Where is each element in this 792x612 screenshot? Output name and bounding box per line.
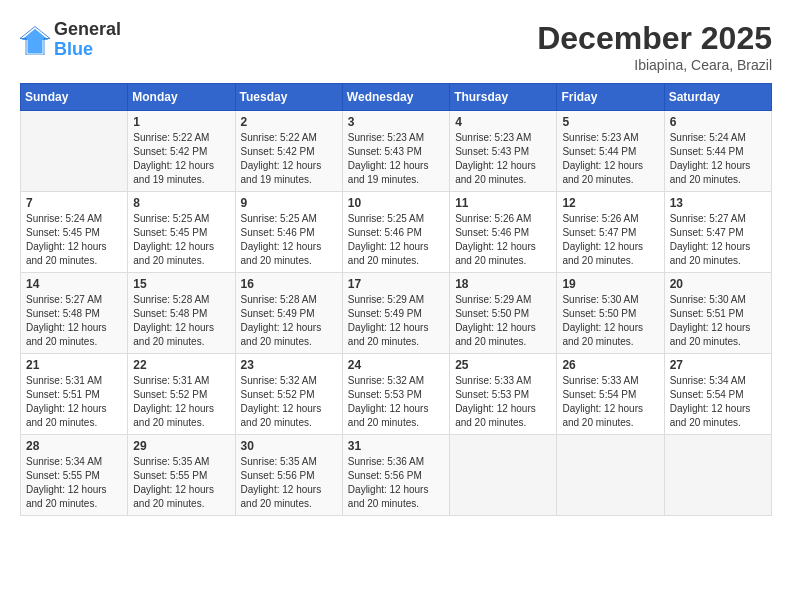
calendar-cell: 19Sunrise: 5:30 AM Sunset: 5:50 PM Dayli…: [557, 273, 664, 354]
day-number: 17: [348, 277, 444, 291]
calendar-cell: 5Sunrise: 5:23 AM Sunset: 5:44 PM Daylig…: [557, 111, 664, 192]
calendar-cell: 29Sunrise: 5:35 AM Sunset: 5:55 PM Dayli…: [128, 435, 235, 516]
calendar-cell: 10Sunrise: 5:25 AM Sunset: 5:46 PM Dayli…: [342, 192, 449, 273]
day-number: 9: [241, 196, 337, 210]
day-info: Sunrise: 5:28 AM Sunset: 5:48 PM Dayligh…: [133, 293, 229, 349]
calendar-cell: 13Sunrise: 5:27 AM Sunset: 5:47 PM Dayli…: [664, 192, 771, 273]
calendar-cell: 28Sunrise: 5:34 AM Sunset: 5:55 PM Dayli…: [21, 435, 128, 516]
logo: General Blue: [20, 20, 121, 60]
day-number: 21: [26, 358, 122, 372]
day-info: Sunrise: 5:25 AM Sunset: 5:46 PM Dayligh…: [241, 212, 337, 268]
calendar-cell: 16Sunrise: 5:28 AM Sunset: 5:49 PM Dayli…: [235, 273, 342, 354]
day-info: Sunrise: 5:23 AM Sunset: 5:43 PM Dayligh…: [348, 131, 444, 187]
calendar-cell: 11Sunrise: 5:26 AM Sunset: 5:46 PM Dayli…: [450, 192, 557, 273]
day-info: Sunrise: 5:30 AM Sunset: 5:51 PM Dayligh…: [670, 293, 766, 349]
day-number: 24: [348, 358, 444, 372]
calendar-cell: 30Sunrise: 5:35 AM Sunset: 5:56 PM Dayli…: [235, 435, 342, 516]
day-of-week-header: Wednesday: [342, 84, 449, 111]
day-of-week-header: Sunday: [21, 84, 128, 111]
day-info: Sunrise: 5:29 AM Sunset: 5:50 PM Dayligh…: [455, 293, 551, 349]
day-number: 19: [562, 277, 658, 291]
calendar-cell: 15Sunrise: 5:28 AM Sunset: 5:48 PM Dayli…: [128, 273, 235, 354]
day-number: 6: [670, 115, 766, 129]
calendar-cell: 3Sunrise: 5:23 AM Sunset: 5:43 PM Daylig…: [342, 111, 449, 192]
day-number: 23: [241, 358, 337, 372]
day-of-week-header: Monday: [128, 84, 235, 111]
location-subtitle: Ibiapina, Ceara, Brazil: [537, 57, 772, 73]
calendar-cell: 9Sunrise: 5:25 AM Sunset: 5:46 PM Daylig…: [235, 192, 342, 273]
day-info: Sunrise: 5:26 AM Sunset: 5:47 PM Dayligh…: [562, 212, 658, 268]
day-info: Sunrise: 5:34 AM Sunset: 5:54 PM Dayligh…: [670, 374, 766, 430]
calendar-week-row: 28Sunrise: 5:34 AM Sunset: 5:55 PM Dayli…: [21, 435, 772, 516]
calendar-cell: 23Sunrise: 5:32 AM Sunset: 5:52 PM Dayli…: [235, 354, 342, 435]
day-info: Sunrise: 5:33 AM Sunset: 5:54 PM Dayligh…: [562, 374, 658, 430]
day-info: Sunrise: 5:36 AM Sunset: 5:56 PM Dayligh…: [348, 455, 444, 511]
month-year-title: December 2025: [537, 20, 772, 57]
calendar-cell: 25Sunrise: 5:33 AM Sunset: 5:53 PM Dayli…: [450, 354, 557, 435]
day-number: 15: [133, 277, 229, 291]
day-info: Sunrise: 5:35 AM Sunset: 5:56 PM Dayligh…: [241, 455, 337, 511]
day-number: 8: [133, 196, 229, 210]
day-info: Sunrise: 5:25 AM Sunset: 5:45 PM Dayligh…: [133, 212, 229, 268]
page-header: General Blue December 2025 Ibiapina, Cea…: [20, 20, 772, 73]
day-info: Sunrise: 5:24 AM Sunset: 5:45 PM Dayligh…: [26, 212, 122, 268]
calendar-cell: 24Sunrise: 5:32 AM Sunset: 5:53 PM Dayli…: [342, 354, 449, 435]
day-number: 30: [241, 439, 337, 453]
day-number: 18: [455, 277, 551, 291]
day-number: 26: [562, 358, 658, 372]
title-area: December 2025 Ibiapina, Ceara, Brazil: [537, 20, 772, 73]
day-info: Sunrise: 5:32 AM Sunset: 5:53 PM Dayligh…: [348, 374, 444, 430]
day-number: 7: [26, 196, 122, 210]
calendar-cell: 20Sunrise: 5:30 AM Sunset: 5:51 PM Dayli…: [664, 273, 771, 354]
day-info: Sunrise: 5:33 AM Sunset: 5:53 PM Dayligh…: [455, 374, 551, 430]
calendar-cell: 21Sunrise: 5:31 AM Sunset: 5:51 PM Dayli…: [21, 354, 128, 435]
day-info: Sunrise: 5:23 AM Sunset: 5:43 PM Dayligh…: [455, 131, 551, 187]
calendar-week-row: 7Sunrise: 5:24 AM Sunset: 5:45 PM Daylig…: [21, 192, 772, 273]
day-number: 10: [348, 196, 444, 210]
day-number: 20: [670, 277, 766, 291]
calendar-cell: [664, 435, 771, 516]
day-number: 27: [670, 358, 766, 372]
calendar-body: 1Sunrise: 5:22 AM Sunset: 5:42 PM Daylig…: [21, 111, 772, 516]
day-number: 11: [455, 196, 551, 210]
calendar-cell: 12Sunrise: 5:26 AM Sunset: 5:47 PM Dayli…: [557, 192, 664, 273]
calendar-cell: 2Sunrise: 5:22 AM Sunset: 5:42 PM Daylig…: [235, 111, 342, 192]
calendar-cell: 4Sunrise: 5:23 AM Sunset: 5:43 PM Daylig…: [450, 111, 557, 192]
calendar-cell: 26Sunrise: 5:33 AM Sunset: 5:54 PM Dayli…: [557, 354, 664, 435]
day-info: Sunrise: 5:31 AM Sunset: 5:51 PM Dayligh…: [26, 374, 122, 430]
logo-icon: [20, 25, 50, 55]
day-number: 29: [133, 439, 229, 453]
day-info: Sunrise: 5:28 AM Sunset: 5:49 PM Dayligh…: [241, 293, 337, 349]
day-number: 22: [133, 358, 229, 372]
day-info: Sunrise: 5:34 AM Sunset: 5:55 PM Dayligh…: [26, 455, 122, 511]
calendar-week-row: 14Sunrise: 5:27 AM Sunset: 5:48 PM Dayli…: [21, 273, 772, 354]
calendar-cell: 27Sunrise: 5:34 AM Sunset: 5:54 PM Dayli…: [664, 354, 771, 435]
day-number: 28: [26, 439, 122, 453]
day-of-week-header: Friday: [557, 84, 664, 111]
calendar-week-row: 21Sunrise: 5:31 AM Sunset: 5:51 PM Dayli…: [21, 354, 772, 435]
day-number: 3: [348, 115, 444, 129]
calendar-cell: 7Sunrise: 5:24 AM Sunset: 5:45 PM Daylig…: [21, 192, 128, 273]
day-number: 1: [133, 115, 229, 129]
day-info: Sunrise: 5:27 AM Sunset: 5:47 PM Dayligh…: [670, 212, 766, 268]
day-number: 12: [562, 196, 658, 210]
calendar-cell: 14Sunrise: 5:27 AM Sunset: 5:48 PM Dayli…: [21, 273, 128, 354]
calendar-cell: 31Sunrise: 5:36 AM Sunset: 5:56 PM Dayli…: [342, 435, 449, 516]
calendar-cell: 1Sunrise: 5:22 AM Sunset: 5:42 PM Daylig…: [128, 111, 235, 192]
logo-text: General Blue: [54, 20, 121, 60]
day-of-week-header: Saturday: [664, 84, 771, 111]
calendar-cell: 22Sunrise: 5:31 AM Sunset: 5:52 PM Dayli…: [128, 354, 235, 435]
day-of-week-header: Tuesday: [235, 84, 342, 111]
calendar-cell: 6Sunrise: 5:24 AM Sunset: 5:44 PM Daylig…: [664, 111, 771, 192]
calendar-cell: 17Sunrise: 5:29 AM Sunset: 5:49 PM Dayli…: [342, 273, 449, 354]
day-number: 25: [455, 358, 551, 372]
calendar-cell: [21, 111, 128, 192]
day-info: Sunrise: 5:24 AM Sunset: 5:44 PM Dayligh…: [670, 131, 766, 187]
calendar-cell: [450, 435, 557, 516]
calendar-table: SundayMondayTuesdayWednesdayThursdayFrid…: [20, 83, 772, 516]
day-number: 13: [670, 196, 766, 210]
calendar-cell: 18Sunrise: 5:29 AM Sunset: 5:50 PM Dayli…: [450, 273, 557, 354]
day-number: 5: [562, 115, 658, 129]
day-info: Sunrise: 5:32 AM Sunset: 5:52 PM Dayligh…: [241, 374, 337, 430]
calendar-header-row: SundayMondayTuesdayWednesdayThursdayFrid…: [21, 84, 772, 111]
